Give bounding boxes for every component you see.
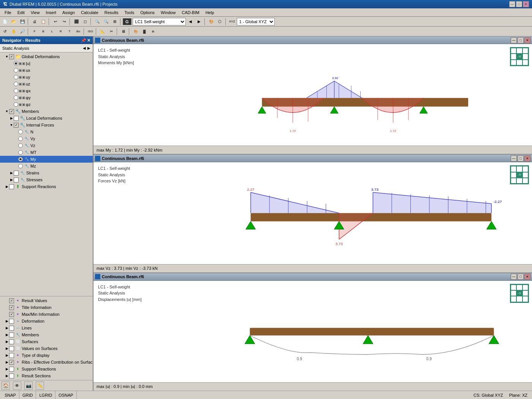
expand-support[interactable]: ▶ <box>5 185 9 188</box>
menu-edit[interactable]: Edit <box>14 10 28 16</box>
check-members-disp[interactable] <box>9 332 14 337</box>
check-members[interactable]: ✓ <box>9 109 14 114</box>
menu-window[interactable]: Window <box>158 10 179 16</box>
expand-type-display[interactable]: ▶ <box>5 353 9 357</box>
check-strains[interactable] <box>14 171 19 176</box>
tb2-zoom[interactable]: 🔎 <box>18 27 27 36</box>
vp1-maximize[interactable]: □ <box>518 37 524 43</box>
lc-dropdown[interactable]: LC1 Self-weight <box>133 18 186 25</box>
tb-redo[interactable]: ↪ <box>60 17 68 26</box>
radio-uy[interactable] <box>14 75 18 79</box>
tree-item-surfaces-disp[interactable]: ▶ ⬜ Surfaces <box>0 338 93 345</box>
tree-item-support-reactions-disp[interactable]: ▶ ⬆ Support Reactions <box>0 366 93 372</box>
tree-item-Mz[interactable]: 🔧 Mz <box>0 163 93 169</box>
tb-wire[interactable]: ⬡ <box>216 17 224 26</box>
tb2-gradient[interactable]: ▓ <box>140 27 149 36</box>
tb-fit[interactable]: ⊞ <box>111 17 119 26</box>
tb-save[interactable]: 💾 <box>18 17 27 26</box>
maximize-button[interactable]: □ <box>516 1 522 7</box>
tree-item-members[interactable]: ▼ ✓ 🔧 Members <box>0 108 93 115</box>
menu-assign[interactable]: Assign <box>59 10 78 16</box>
tb-deselect[interactable]: ◻ <box>81 17 89 26</box>
nav-pin-button[interactable]: 📌 <box>81 38 86 43</box>
tree-item-lines-disp[interactable]: ▶ — Lines <box>0 325 93 331</box>
vp2-close[interactable]: ✕ <box>524 155 530 162</box>
vp2-minimize[interactable]: — <box>511 155 517 162</box>
tree-item-phix[interactable]: ▣▣ φx <box>0 87 93 94</box>
radio-MT[interactable] <box>18 150 23 155</box>
vp3-maximize[interactable]: □ <box>518 274 524 280</box>
expand-stresses[interactable]: ▶ <box>9 178 14 182</box>
vp3-close[interactable]: ✕ <box>524 274 530 280</box>
tb2-back[interactable]: B <box>39 27 48 36</box>
expand-lines-disp[interactable]: ▶ <box>5 326 9 330</box>
tb-zoom-in[interactable]: 🔍 <box>93 17 101 26</box>
check-title-info[interactable]: ✓ <box>9 305 14 310</box>
check-ribs[interactable]: ✓ <box>9 360 14 365</box>
expand-strains[interactable]: ▶ <box>9 171 14 175</box>
radio-ux[interactable] <box>14 68 18 73</box>
status-lgrid[interactable]: LGRID <box>36 391 55 399</box>
tb-render[interactable]: 🎨 <box>207 17 215 26</box>
vp3-minimize[interactable]: — <box>511 274 517 280</box>
tree-item-Vz[interactable]: 🔧 Vz <box>0 142 93 149</box>
menu-file[interactable]: File <box>2 10 14 16</box>
tb2-display[interactable]: 🖥 <box>119 27 128 36</box>
check-type-display[interactable] <box>9 353 14 358</box>
tb-prev-lc[interactable]: ◀ <box>186 17 195 26</box>
radio-phiz[interactable] <box>14 102 18 107</box>
check-internal-forces[interactable]: ✓ <box>14 123 19 128</box>
tb-next-lc[interactable]: ▶ <box>195 17 203 26</box>
radio-N[interactable] <box>18 130 23 134</box>
tree-item-ux[interactable]: ▣▣ ux <box>0 67 93 74</box>
tb-new[interactable]: 📄 <box>1 17 9 26</box>
menu-cadbim[interactable]: CAD-BIM <box>179 10 202 16</box>
tb-view-xy[interactable]: XYZ <box>228 17 236 26</box>
expand-members[interactable]: ▼ <box>5 109 9 113</box>
tree-item-stresses[interactable]: ▶ 🔧 Stresses <box>0 176 93 183</box>
tree-item-My[interactable]: 🔧 My <box>0 156 93 163</box>
expand-ribs[interactable]: ▶ <box>5 360 9 364</box>
minimize-button[interactable]: — <box>509 1 515 7</box>
tb2-contour[interactable]: ≋ <box>149 27 157 36</box>
check-deformation-disp[interactable] <box>9 319 14 324</box>
tree-item-strains[interactable]: ▶ 🔧 Strains <box>0 169 93 176</box>
nav-eye-button[interactable]: 👁 <box>13 382 21 390</box>
expand-members-disp[interactable]: ▶ <box>5 333 9 337</box>
radio-phiy[interactable] <box>14 95 18 100</box>
menu-view[interactable]: View <box>28 10 43 16</box>
tb2-sections[interactable]: 📐 <box>98 27 107 36</box>
tree-item-internal-forces[interactable]: ▼ ✓ 🔧 Internal Forces <box>0 122 93 128</box>
tb-print[interactable]: 🖨 <box>30 17 39 26</box>
check-result-sections[interactable] <box>9 374 14 378</box>
expand-internal-forces[interactable]: ▼ <box>9 123 14 127</box>
nav-camera-button[interactable]: 📷 <box>24 382 33 390</box>
tree-item-type-display[interactable]: ▶ ✦ Type of display <box>0 352 93 359</box>
menu-help[interactable]: Help <box>203 10 217 16</box>
radio-Vz[interactable] <box>18 143 23 148</box>
tb-copy[interactable]: 📋 <box>39 17 48 26</box>
status-grid[interactable]: GRID <box>19 391 36 399</box>
check-lines-disp[interactable] <box>9 326 14 331</box>
tree-item-result-sections[interactable]: ▶ ⬆ Result Sections <box>0 372 93 379</box>
expand-result-sections[interactable]: ▶ <box>5 374 9 378</box>
tb2-bottom[interactable]: Bo <box>74 27 82 36</box>
menu-insert[interactable]: Insert <box>43 10 59 16</box>
tree-item-Vy[interactable]: 🔧 Vy <box>0 135 93 142</box>
tb2-rotate[interactable]: ↺ <box>1 27 9 36</box>
menu-tools[interactable]: Tools <box>121 10 137 16</box>
tree-item-phiz[interactable]: ▣▣ φz <box>0 101 93 108</box>
tree-item-phiy[interactable]: ▣▣ φy <box>0 94 93 101</box>
tree-item-maxmin-info[interactable]: ✓ ✦ Max/Min Information <box>0 311 93 318</box>
tree-item-N[interactable]: 🔧 N <box>0 128 93 135</box>
check-maxmin-info[interactable]: ✓ <box>9 312 14 317</box>
expand-deformation-disp[interactable]: ▶ <box>5 319 9 323</box>
tree-item-values-surfaces[interactable]: ▶ ⬜ Values on Surfaces <box>0 345 93 352</box>
tb-select[interactable]: ⬛ <box>72 17 81 26</box>
menu-options[interactable]: Options <box>137 10 158 16</box>
radio-phix[interactable] <box>14 89 18 93</box>
tb-undo[interactable]: ↩ <box>51 17 60 26</box>
radio-My[interactable] <box>18 157 23 162</box>
tree-item-support[interactable]: ▶ ⬆ Support Reactions <box>0 183 93 190</box>
tree-item-ribs[interactable]: ▶ ✓ ✦ Ribs - Effective Contribution on S… <box>0 359 93 366</box>
